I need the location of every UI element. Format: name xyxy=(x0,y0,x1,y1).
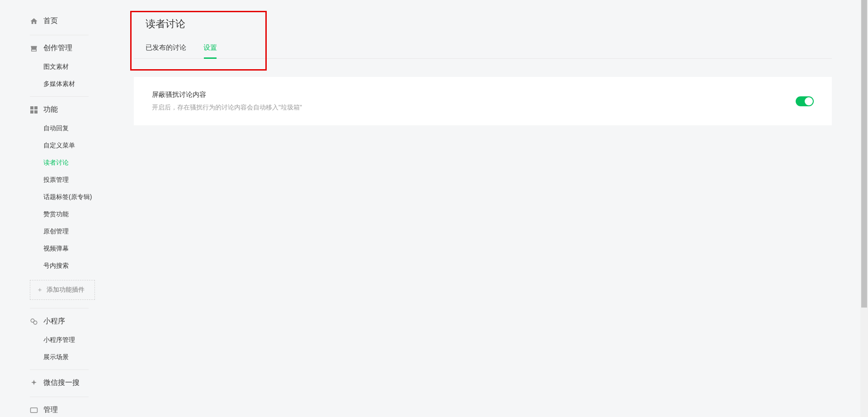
main-content: 读者讨论 已发布的讨论 设置 屏蔽骚扰讨论内容 开启后，存在骚扰行为的讨论内容会… xyxy=(116,0,868,417)
sidebar-item-custom-menu[interactable]: 自定义菜单 xyxy=(43,137,116,154)
sidebar-wechat-search[interactable]: 微信搜一搜 xyxy=(30,373,116,393)
plus-icon: ＋ xyxy=(37,286,43,294)
sidebar-features[interactable]: 功能 xyxy=(30,100,116,120)
sidebar-creation-label: 创作管理 xyxy=(43,43,72,53)
sidebar-manage-label: 管理 xyxy=(43,405,58,415)
page-title: 读者讨论 xyxy=(134,17,832,31)
settings-title: 屏蔽骚扰讨论内容 xyxy=(152,90,796,99)
sidebar-wechat-search-label: 微信搜一搜 xyxy=(43,378,80,388)
add-plugin-button[interactable]: ＋ 添加功能插件 xyxy=(30,280,95,300)
sidebar-item-topic-tag[interactable]: 话题标签(原专辑) xyxy=(43,189,116,206)
sidebar-item-vote-manage[interactable]: 投票管理 xyxy=(43,171,116,189)
sidebar-item-original-manage[interactable]: 原创管理 xyxy=(43,223,116,240)
sparkle-icon xyxy=(30,379,38,387)
sidebar-manage[interactable]: 管理 xyxy=(30,400,116,417)
settings-desc: 开启后，存在骚扰行为的讨论内容会自动移入"垃圾箱" xyxy=(152,104,796,112)
inbox-icon xyxy=(30,44,38,52)
sidebar-item-text-material[interactable]: 图文素材 xyxy=(43,58,116,76)
svg-rect-0 xyxy=(30,106,33,109)
sidebar-item-appreciation[interactable]: 赞赏功能 xyxy=(43,206,116,223)
sidebar-item-media-material[interactable]: 多媒体素材 xyxy=(43,76,116,93)
toggle-knob xyxy=(805,97,813,105)
svg-point-5 xyxy=(33,321,37,324)
tabs: 已发布的讨论 设置 xyxy=(134,43,832,59)
scrollbar-track[interactable] xyxy=(860,0,868,417)
svg-rect-2 xyxy=(30,110,33,114)
scrollbar-thumb[interactable] xyxy=(861,0,867,308)
manage-icon xyxy=(30,406,38,414)
toggle-harassment-filter[interactable] xyxy=(796,96,814,106)
sidebar-creation[interactable]: 创作管理 xyxy=(30,38,116,58)
add-plugin-label: 添加功能插件 xyxy=(47,286,85,294)
sidebar-item-video-danmaku[interactable]: 视频弹幕 xyxy=(43,240,116,257)
settings-panel: 屏蔽骚扰讨论内容 开启后，存在骚扰行为的讨论内容会自动移入"垃圾箱" xyxy=(134,77,832,125)
sidebar-miniprogram-label: 小程序 xyxy=(43,317,65,326)
tab-settings[interactable]: 设置 xyxy=(203,43,217,58)
sidebar-item-miniprogram-manage[interactable]: 小程序管理 xyxy=(43,332,116,349)
svg-rect-3 xyxy=(34,110,38,114)
svg-rect-1 xyxy=(34,106,38,109)
sidebar-item-display-scene[interactable]: 展示场景 xyxy=(43,349,116,366)
tab-published[interactable]: 已发布的讨论 xyxy=(146,43,186,58)
home-icon xyxy=(30,17,38,25)
sidebar-home-label: 首页 xyxy=(43,16,58,26)
sidebar-features-label: 功能 xyxy=(43,105,58,114)
sidebar-item-search-in-account[interactable]: 号内搜索 xyxy=(43,257,116,275)
sidebar-miniprogram[interactable]: 小程序 xyxy=(30,311,116,332)
miniprogram-icon xyxy=(30,317,38,326)
grid-icon xyxy=(30,106,38,114)
sidebar-home[interactable]: 首页 xyxy=(30,11,116,31)
sidebar-item-reader-discussion[interactable]: 读者讨论 xyxy=(43,154,116,171)
sidebar-item-auto-reply[interactable]: 自动回复 xyxy=(43,120,116,137)
svg-rect-6 xyxy=(31,408,38,412)
sidebar: 首页 创作管理 图文素材 多媒体素材 xyxy=(0,0,116,417)
